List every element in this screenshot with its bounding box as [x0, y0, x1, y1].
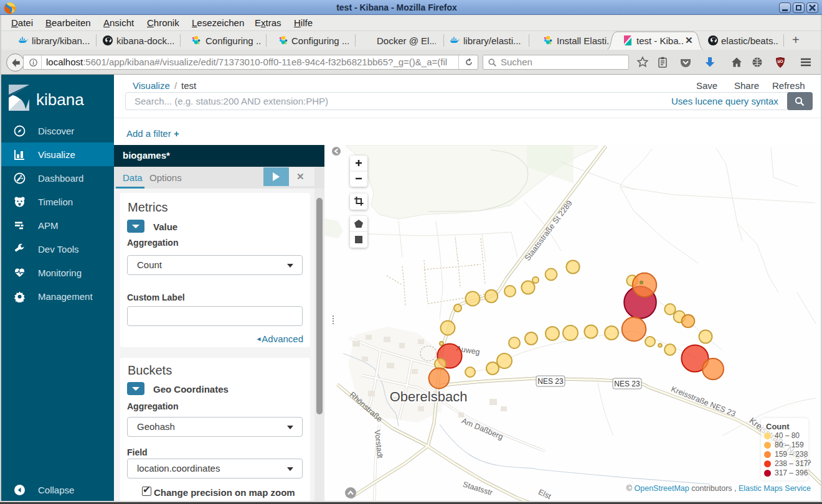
svg-text:Am Daßberg: Am Daßberg — [460, 416, 504, 442]
svg-text:uO: uO — [777, 59, 783, 63]
svg-text:NES 23: NES 23 — [537, 377, 564, 386]
svg-text:Oberelsbach: Oberelsbach — [390, 389, 468, 404]
svg-text:Vorstadt: Vorstadt — [373, 429, 385, 459]
svg-text:NES 23: NES 23 — [614, 380, 640, 388]
svg-text:Elst: Elst — [537, 488, 552, 501]
svg-text:Kreisstraße NES 23: Kreisstraße NES 23 — [670, 385, 737, 418]
svg-text:Staatsstraße St 2289: Staatsstraße St 2289 — [523, 198, 574, 262]
